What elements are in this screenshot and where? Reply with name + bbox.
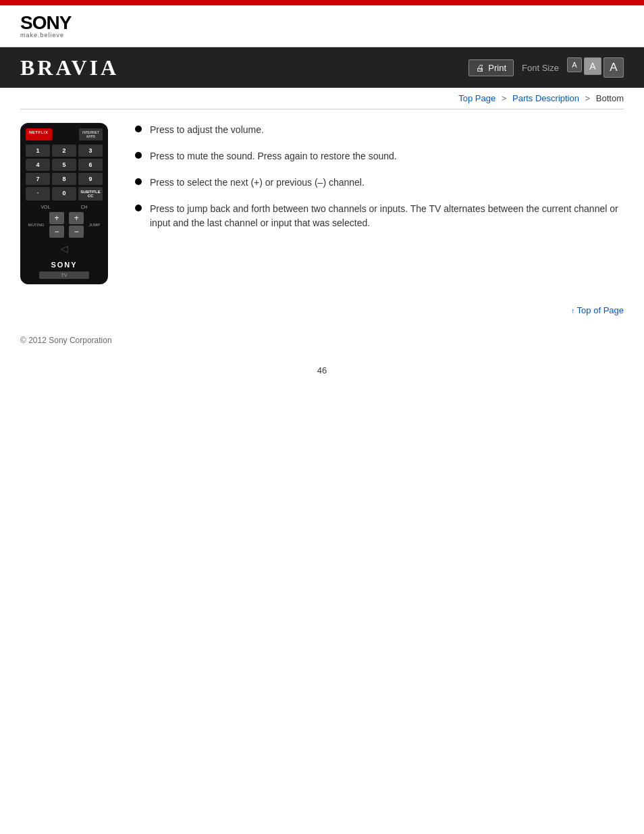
font-size-small-button[interactable]: A bbox=[567, 57, 582, 72]
bullet-3 bbox=[135, 178, 142, 185]
desc-text-3: Press to select the next (+) or previous… bbox=[150, 176, 365, 190]
breadcrumb: Top Page > Parts Description > Bottom bbox=[0, 88, 644, 109]
muting-label: MUTING bbox=[28, 223, 45, 227]
top-arrow-icon: ↑ bbox=[571, 307, 575, 315]
internet-apps-button: INTERNETAPPS bbox=[79, 128, 103, 140]
bullet-1 bbox=[135, 126, 142, 132]
remote-control: NETFLIX INTERNETAPPS 1 2 3 4 5 6 7 8 9 ·… bbox=[20, 123, 108, 284]
ch-control: + − bbox=[69, 212, 84, 238]
vol-plus-key: + bbox=[49, 212, 64, 224]
desc-text-2: Press to mute the sound. Press again to … bbox=[150, 149, 397, 163]
remote-image-container: NETFLIX INTERNETAPPS 1 2 3 4 5 6 7 8 9 ·… bbox=[20, 123, 115, 284]
remote-sony-logo: SONY bbox=[26, 261, 103, 269]
key-2: 2 bbox=[52, 145, 76, 157]
font-size-controls: A A A bbox=[567, 57, 624, 78]
netflix-button: NETFLIX bbox=[26, 128, 52, 140]
footer: © 2012 Sony Corporation bbox=[0, 322, 644, 359]
remote-top-buttons: NETFLIX INTERNETAPPS bbox=[26, 128, 103, 140]
jump-label: JUMP bbox=[89, 223, 100, 227]
key-4: 4 bbox=[26, 159, 50, 171]
key-6: 6 bbox=[78, 159, 103, 171]
breadcrumb-current: Bottom bbox=[596, 93, 624, 103]
print-button[interactable]: 🖨 Print bbox=[468, 59, 514, 76]
key-5: 5 bbox=[52, 159, 76, 171]
desc-item-2: Press to mute the sound. Press again to … bbox=[135, 149, 624, 163]
print-label: Print bbox=[488, 63, 506, 73]
key-9: 9 bbox=[78, 173, 103, 185]
bravia-title: BRAVIA bbox=[20, 55, 119, 80]
speaker-icon: ◁ bbox=[26, 243, 103, 254]
sony-logo: SONY make.believe bbox=[20, 14, 624, 38]
top-of-page-link[interactable]: ↑Top of Page bbox=[571, 305, 624, 315]
page-number: 46 bbox=[0, 359, 644, 382]
vol-label: VOL bbox=[41, 205, 50, 209]
key-1: 1 bbox=[26, 145, 50, 157]
font-size-large-button[interactable]: A bbox=[603, 57, 624, 78]
remote-tv-label: TV bbox=[39, 271, 89, 279]
print-icon: 🖨 bbox=[476, 63, 485, 73]
vol-minus-key: − bbox=[49, 226, 64, 238]
key-7: 7 bbox=[26, 173, 50, 185]
breadcrumb-separator-1: > bbox=[502, 93, 507, 103]
desc-text-4: Press to jump back and forth between two… bbox=[150, 202, 624, 230]
vol-ch-labels: VOL CH bbox=[26, 205, 103, 209]
feature-descriptions: Press to adjust the volume. Press to mut… bbox=[135, 123, 624, 242]
ch-minus-key: − bbox=[69, 226, 84, 238]
plus-minus-controls: MUTING + − + − JUMP bbox=[26, 212, 103, 238]
breadcrumb-separator-2: > bbox=[585, 93, 591, 103]
top-of-page-section: ↑Top of Page bbox=[0, 298, 644, 322]
desc-item-1: Press to adjust the volume. bbox=[135, 123, 624, 137]
font-size-label: Font Size bbox=[522, 63, 559, 73]
toolbar-right: 🖨 Print Font Size A A A bbox=[468, 57, 624, 78]
key-dot: · bbox=[26, 187, 50, 201]
breadcrumb-top-page-link[interactable]: Top Page bbox=[458, 93, 495, 103]
top-of-page-label: Top of Page bbox=[577, 305, 624, 315]
ch-label: CH bbox=[80, 205, 87, 209]
vol-control: + − bbox=[49, 212, 64, 238]
ch-plus-key: + bbox=[69, 212, 84, 224]
sony-logo-text: SONY bbox=[20, 14, 624, 32]
desc-item-3: Press to select the next (+) or previous… bbox=[135, 176, 624, 190]
key-8: 8 bbox=[52, 173, 76, 185]
site-header: SONY make.believe bbox=[0, 5, 644, 47]
desc-text-1: Press to adjust the volume. bbox=[150, 123, 264, 137]
sony-tagline: make.believe bbox=[20, 32, 624, 38]
desc-item-4: Press to jump back and forth between two… bbox=[135, 202, 624, 230]
key-subtitle-cc: SUBTITLECC bbox=[78, 187, 103, 201]
top-accent-bar bbox=[0, 0, 644, 5]
bullet-2 bbox=[135, 152, 142, 159]
key-3: 3 bbox=[78, 145, 103, 157]
main-content: NETFLIX INTERNETAPPS 1 2 3 4 5 6 7 8 9 ·… bbox=[0, 109, 644, 298]
remote-numpad: 1 2 3 4 5 6 7 8 9 · 0 SUBTITLECC bbox=[26, 145, 103, 201]
copyright-text: © 2012 Sony Corporation bbox=[20, 336, 112, 345]
bravia-header-bar: BRAVIA 🖨 Print Font Size A A A bbox=[0, 47, 644, 88]
breadcrumb-parts-description-link[interactable]: Parts Description bbox=[512, 93, 579, 103]
key-0: 0 bbox=[52, 187, 76, 201]
bullet-4 bbox=[135, 205, 142, 211]
font-size-medium-button[interactable]: A bbox=[584, 57, 601, 75]
